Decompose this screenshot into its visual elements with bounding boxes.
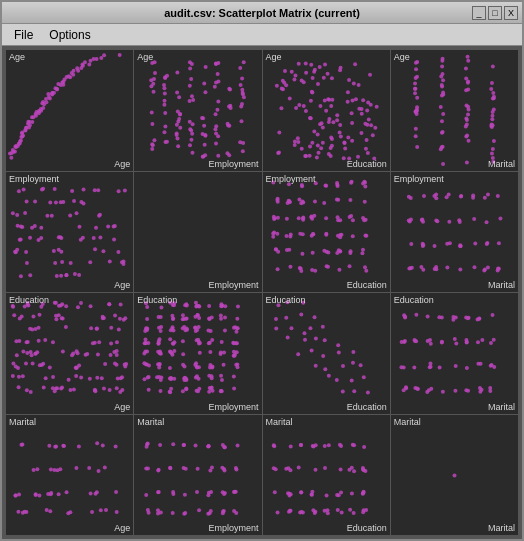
svg-point-906 [207,316,211,320]
svg-point-558 [350,218,354,222]
svg-point-94 [162,83,166,87]
svg-point-289 [365,109,369,113]
cell-label-top: Marital [9,417,36,427]
svg-point-270 [303,109,307,113]
svg-point-963 [232,374,236,378]
svg-point-343 [439,105,443,109]
svg-point-695 [25,340,29,344]
window-controls[interactable]: _ □ X [472,6,518,20]
svg-point-301 [314,155,318,159]
plot-svg [6,415,133,536]
svg-point-984 [321,354,325,358]
svg-point-940 [219,374,223,378]
svg-point-134 [190,132,194,136]
svg-point-304 [343,147,347,151]
svg-point-816 [160,376,164,380]
svg-point-1239 [313,509,317,513]
svg-point-766 [59,386,63,390]
svg-point-1111 [48,509,52,513]
svg-point-240 [349,111,353,115]
minimize-button[interactable]: _ [472,6,486,20]
svg-point-140 [204,90,208,94]
svg-point-417 [23,210,27,214]
svg-point-102 [163,86,167,90]
svg-point-576 [364,268,368,272]
svg-point-324 [413,76,417,80]
svg-point-933 [223,329,227,333]
svg-point-255 [301,104,305,108]
cell-3-2: MaritalEducation [263,415,390,536]
svg-point-254 [329,76,333,80]
svg-point-749 [74,374,78,378]
svg-point-2 [99,56,103,60]
main-window: audit.csv: Scatterplot Matrix (current) … [0,0,524,541]
cell-label-bottom: Marital [488,280,515,290]
svg-point-964 [232,387,236,391]
svg-point-326 [414,61,418,65]
svg-point-1087 [58,467,62,471]
svg-point-1187 [311,444,315,448]
svg-point-462 [73,271,77,275]
plot-svg [6,50,133,171]
svg-point-631 [483,267,487,271]
svg-point-353 [465,55,469,59]
svg-point-609 [448,241,452,245]
svg-point-497 [288,264,292,268]
menu-file[interactable]: File [6,26,41,44]
svg-point-668 [118,317,122,321]
svg-point-311 [414,127,418,131]
svg-point-159 [214,61,218,65]
svg-point-552 [338,249,342,253]
svg-point-754 [68,388,72,392]
svg-point-744 [95,376,99,380]
svg-point-244 [368,103,372,107]
svg-point-442 [57,235,61,239]
svg-point-899 [194,375,198,379]
svg-point-691 [17,339,21,343]
svg-point-1046 [465,340,469,344]
svg-point-728 [11,361,15,365]
svg-point-426 [113,223,117,227]
svg-point-606 [444,195,448,199]
svg-point-634 [497,241,501,245]
svg-point-369 [466,80,470,84]
svg-point-393 [22,187,26,191]
svg-point-136 [188,67,192,71]
svg-point-991 [340,389,344,393]
svg-point-272 [345,90,349,94]
svg-point-484 [273,247,277,251]
svg-point-1179 [235,511,239,515]
svg-point-241 [328,154,332,158]
maximize-button[interactable]: □ [488,6,502,20]
svg-point-667 [123,316,127,320]
svg-point-1105 [90,509,94,513]
cell-label-bottom: Age [114,402,130,412]
svg-point-258 [312,70,316,74]
svg-point-911 [208,341,212,345]
svg-point-1049 [464,388,468,392]
svg-point-452 [15,247,19,251]
svg-point-298 [303,61,307,65]
svg-point-174 [226,123,230,127]
svg-point-454 [60,260,64,264]
svg-point-1221 [324,493,328,497]
svg-point-368 [466,107,470,111]
svg-point-587 [422,194,426,198]
svg-point-692 [37,339,41,343]
svg-point-416 [11,211,15,215]
svg-point-473 [275,196,279,200]
plot-svg [134,293,261,414]
close-button[interactable]: X [504,6,518,20]
svg-point-411 [75,211,79,215]
menu-options[interactable]: Options [41,26,98,44]
svg-point-1177 [221,509,225,513]
svg-point-595 [419,264,423,268]
svg-point-362 [464,88,468,92]
svg-point-274 [284,83,288,87]
svg-point-1193 [350,442,354,446]
svg-point-381 [492,107,496,111]
window-title: audit.csv: Scatterplot Matrix (current) [164,7,360,19]
svg-point-996 [358,363,362,367]
svg-point-974 [302,331,306,335]
svg-point-292 [309,90,313,94]
